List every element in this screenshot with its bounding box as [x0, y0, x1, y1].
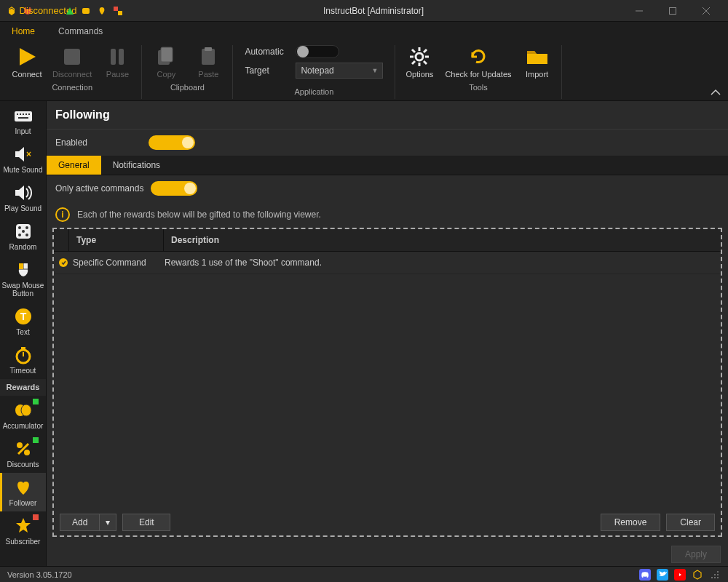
content-tabs: General Notifications [47, 156, 728, 175]
svg-rect-0 [82, 8, 90, 14]
import-button[interactable]: Import [521, 45, 554, 79]
menu-home[interactable]: Home [7, 23, 39, 39]
sidebar-section-rewards: Rewards [0, 379, 46, 396]
info-text: Each of the rewards below will be gifted… [77, 210, 321, 220]
paste-button[interactable]: Paste [191, 45, 225, 79]
apply-button: Apply [671, 546, 721, 563]
only-active-label: Only active commands [55, 183, 143, 194]
sidebar-item-follower[interactable]: Follower [0, 473, 46, 511]
edit-button[interactable]: Edit [122, 514, 170, 531]
svg-rect-24 [17, 113, 18, 115]
pause-button[interactable]: Pause [100, 45, 134, 79]
enabled-toggle[interactable] [149, 135, 195, 150]
col-type[interactable]: Type [68, 229, 163, 251]
tab-notifications[interactable]: Notifications [101, 156, 172, 175]
status-bar: Version 3.05.1720 [0, 566, 728, 582]
window-controls [623, 1, 722, 21]
connect-button[interactable]: Connect [10, 45, 44, 79]
sidebar-item-play-sound[interactable]: Play Sound [0, 178, 46, 217]
titlebar: Disconnected InstructBot [Administrator] [0, 0, 728, 22]
ribbon-group-connection-label: Connection [52, 83, 92, 95]
status-icon-2[interactable] [80, 5, 92, 17]
svg-point-14 [416, 53, 423, 60]
app-icon [6, 5, 17, 17]
table-row[interactable]: Specific Command Rewards 1 use of the "S… [54, 252, 721, 274]
sidebar-item-random[interactable]: Random [0, 217, 46, 255]
status-icon-4[interactable] [112, 5, 124, 17]
sidebar-item-mute-sound[interactable]: × Mute Sound [0, 140, 46, 178]
stop-icon [60, 45, 84, 68]
svg-point-47 [59, 258, 68, 267]
row-icon [57, 258, 70, 268]
remove-button[interactable]: Remove [601, 514, 661, 531]
maximize-button[interactable] [657, 1, 689, 21]
status-badge-green [33, 399, 39, 404]
dice-icon [13, 221, 33, 242]
automatic-toggle[interactable] [296, 45, 339, 58]
svg-rect-23 [15, 111, 32, 121]
status-icon-3[interactable] [96, 5, 108, 17]
sidebar-item-swap-mouse[interactable]: Swap Mouse Button [0, 255, 46, 302]
ribbon-collapse-button[interactable] [711, 89, 721, 96]
status-badge-red [33, 514, 39, 520]
discord-icon[interactable] [639, 569, 651, 581]
table-body[interactable]: Specific Command Rewards 1 use of the "S… [54, 252, 721, 509]
clear-button[interactable]: Clear [666, 514, 715, 531]
close-button[interactable] [690, 1, 722, 21]
minimize-button[interactable] [623, 1, 655, 21]
youtube-icon[interactable] [674, 569, 686, 581]
svg-rect-9 [119, 49, 124, 65]
options-button[interactable]: Options [403, 45, 436, 79]
svg-rect-41 [21, 347, 25, 349]
sidebar-item-text[interactable]: T Text [0, 302, 46, 340]
svg-point-54 [711, 577, 713, 578]
svg-rect-11 [161, 47, 173, 62]
svg-point-36 [25, 234, 28, 236]
sidebar-item-input[interactable]: Input [0, 101, 46, 140]
row-desc: Rewards 1 use of the "Shoot" command. [165, 258, 718, 268]
sidebar-item-discounts[interactable]: Discounts [0, 434, 46, 473]
svg-point-44 [17, 442, 23, 448]
svg-line-22 [412, 61, 415, 64]
brand-icon[interactable] [692, 569, 703, 581]
svg-point-50 [717, 574, 719, 575]
ribbon-group-application-label: Application [245, 87, 383, 99]
folder-icon [526, 45, 549, 68]
heart-icon [13, 477, 33, 498]
svg-point-49 [717, 571, 719, 573]
svg-point-33 [25, 226, 28, 229]
target-select[interactable]: Notepad ▼ [296, 63, 383, 79]
ribbon-group-application: Automatic Target Notepad ▼ Application [233, 45, 395, 99]
content: Following Enabled General Notifications … [47, 101, 728, 566]
percent-icon [13, 439, 33, 459]
target-select-value: Notepad [301, 65, 333, 76]
section-title: Following [47, 101, 728, 129]
table-header: Type Description [54, 229, 721, 252]
svg-point-43 [21, 404, 31, 416]
chevron-down-icon[interactable]: ▾ [100, 514, 116, 530]
disconnect-button[interactable]: Disconnect [52, 45, 92, 79]
row-type: Specific Command [70, 258, 165, 268]
ribbon-group-clipboard: Copy Paste Clipboard [142, 45, 233, 99]
only-active-toggle[interactable] [151, 181, 197, 196]
twitter-icon[interactable] [657, 569, 668, 581]
check-updates-button[interactable]: Check for Updates [445, 45, 511, 79]
sidebar-item-subscriber[interactable]: Subscriber [0, 511, 46, 550]
menu-commands[interactable]: Commands [54, 23, 107, 39]
add-button[interactable]: Add ▾ [60, 514, 116, 531]
svg-rect-28 [28, 113, 30, 115]
copy-button[interactable]: Copy [149, 45, 183, 79]
svg-point-32 [18, 226, 21, 229]
col-description[interactable]: Description [163, 229, 721, 251]
tab-general[interactable]: General [47, 156, 101, 175]
svg-rect-12 [202, 49, 215, 65]
resize-grip-icon[interactable] [709, 569, 721, 581]
sidebar-item-accumulator[interactable]: Accumulator [0, 396, 46, 434]
svg-line-19 [412, 49, 415, 52]
ribbon-group-tools-label: Tools [469, 83, 488, 95]
svg-rect-8 [111, 49, 116, 65]
status-badge-green [33, 437, 39, 443]
sidebar-item-timeout[interactable]: Timeout [0, 340, 46, 379]
status-right-icons [639, 569, 721, 581]
status-icon-1[interactable] [64, 5, 76, 17]
